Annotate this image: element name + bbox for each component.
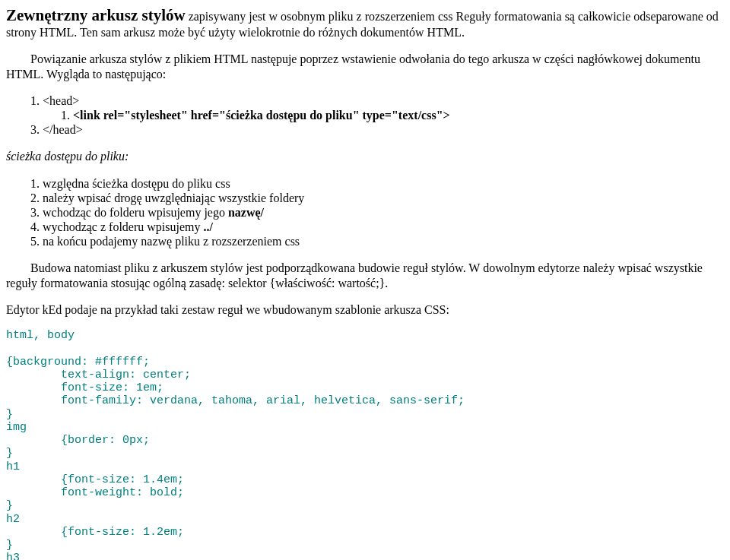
- code-bold: <link rel="stylesheet" href="ścieżka dos…: [73, 109, 450, 122]
- list-item: <head> <link rel="stylesheet" href="ście…: [43, 93, 724, 122]
- code-list-1: <head> <link rel="stylesheet" href="ście…: [6, 93, 724, 138]
- css-code-block: html, body {background: #ffffff; text-al…: [6, 329, 724, 560]
- heading-title: Zewnętrzny arkusz stylów: [6, 6, 186, 24]
- paragraph-editor: Edytor kEd podaje na przykład taki zesta…: [6, 302, 724, 317]
- list-item: </head>: [43, 122, 724, 137]
- code-text: </head>: [43, 123, 83, 136]
- paragraph-pathlabel: ścieżka dostępu do pliku:: [6, 149, 724, 163]
- inner-list: <link rel="stylesheet" href="ścieżka dos…: [43, 108, 724, 122]
- path-list: względna ścieżka dostępu do pliku css na…: [6, 176, 724, 249]
- text-bold: ../: [203, 220, 212, 233]
- text-bold: nazwę/: [228, 206, 264, 219]
- code-text: <head>: [43, 94, 79, 107]
- paragraph-intro: Zewnętrzny arkusz stylów zapisywany jest…: [6, 6, 724, 40]
- paragraph-build: Budowa natomiast pliku z arkuszem stylów…: [6, 261, 724, 289]
- list-item: należy wpisać drogę uwzględniając wszyst…: [43, 191, 724, 205]
- list-item: wychodząc z folderu wpisujemy ../: [43, 220, 724, 234]
- text: wchodząc do folderu wpisujemy jego: [43, 206, 228, 219]
- paragraph-linkinfo: Powiązanie arkusza stylów z plikiem HTML…: [6, 52, 724, 81]
- list-item: na końcu podajemy nazwę pliku z rozszerz…: [43, 234, 724, 248]
- list-item: wchodząc do folderu wpisujemy jego nazwę…: [43, 205, 724, 220]
- list-item: względna ścieżka dostępu do pliku css: [43, 176, 724, 191]
- list-item: <link rel="stylesheet" href="ścieżka dos…: [73, 108, 724, 122]
- text: wychodząc z folderu wpisujemy: [43, 220, 203, 233]
